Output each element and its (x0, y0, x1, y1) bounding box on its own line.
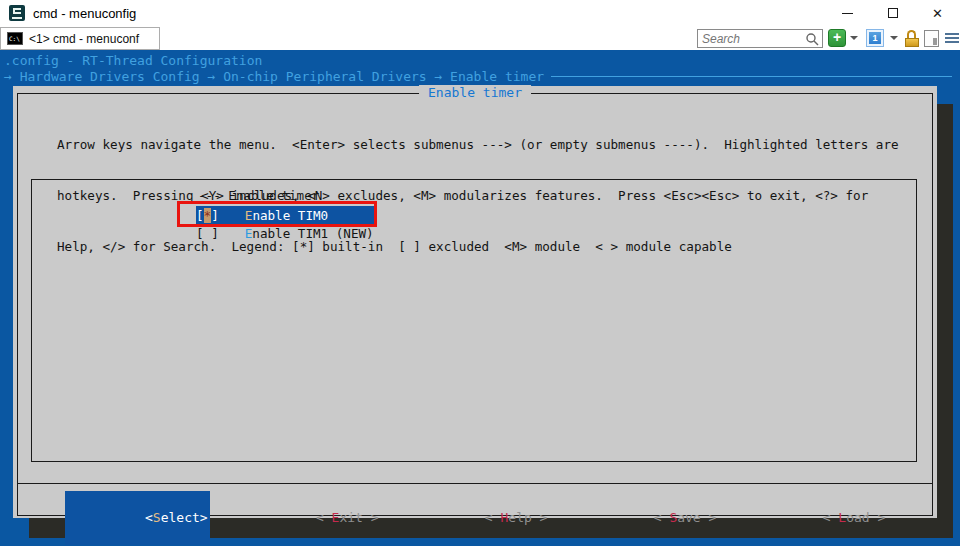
item-label: nable TIM1 (NEW) (252, 226, 373, 241)
title-bar: cmd - menuconfig ✕ (0, 0, 960, 26)
config-title-line: .config - RT-Thread Configuration (4, 53, 262, 68)
menu-listbox: --- Enable timer [ * ] E nable TIM0 [ ] … (31, 179, 917, 462)
button-text: < (654, 510, 670, 525)
close-icon: ✕ (932, 7, 943, 20)
menuconfig-dialog: Enable timer Arrow keys navigate the men… (13, 86, 937, 518)
help-button[interactable]: < Help > (407, 491, 548, 545)
menu-item-enable-tim1[interactable]: [ ] E nable TIM1 (NEW) (196, 225, 374, 242)
conemu-glyph (13, 8, 21, 14)
tab-cmd-menuconfig[interactable]: C:\ <1> cmd - menuconf (0, 27, 160, 50)
search-box (697, 29, 823, 48)
breadcrumb-text: → Hardware Drivers Config → On-chip Peri… (4, 69, 544, 84)
button-text: ave > (677, 510, 716, 525)
lock-body (905, 38, 919, 47)
minimize-icon (842, 13, 853, 14)
menu-hamburger-icon[interactable] (945, 33, 959, 45)
terminal-screen: .config - RT-Thread Configuration → Hard… (0, 50, 960, 546)
console-number-badge: 1 (869, 32, 881, 44)
dialog-title: Enable timer (419, 85, 531, 100)
breadcrumb: → Hardware Drivers Config → On-chip Peri… (4, 69, 952, 84)
instruction-line: Arrow keys navigate the menu. <Enter> se… (57, 136, 899, 153)
console-list-dropdown-icon[interactable] (890, 36, 898, 40)
button-text: < (823, 510, 839, 525)
new-console-dropdown-icon[interactable] (850, 36, 858, 40)
selection-annotation-rectangle (177, 201, 377, 227)
breadcrumb-rule (551, 76, 952, 77)
new-console-button[interactable]: + (828, 29, 846, 47)
button-hotkey: S (153, 510, 161, 525)
maximize-button[interactable] (870, 0, 915, 26)
checkbox-empty: [ ] (196, 226, 219, 241)
dialog-shadow-right (937, 104, 953, 538)
close-button[interactable]: ✕ (915, 0, 960, 26)
lock-shackle (907, 30, 916, 38)
save-button[interactable]: < Save > (575, 491, 716, 545)
button-text: elect> (161, 510, 208, 525)
tab-bar: C:\ <1> cmd - menuconf + 1 (0, 26, 960, 50)
maximize-icon (888, 8, 898, 18)
item-hotkey: E (245, 226, 253, 241)
search-icon (805, 32, 819, 46)
select-button[interactable]: <Select> (65, 491, 210, 545)
view-panel-icon[interactable] (924, 30, 939, 47)
button-text: oad > (846, 510, 885, 525)
window-controls: ✕ (825, 0, 960, 26)
dialog-buttons: <Select> < Exit > < Help > < Save > < Lo… (13, 491, 937, 545)
search-input[interactable] (698, 32, 805, 46)
minimize-button[interactable] (825, 0, 870, 26)
conemu-glyph-underline (12, 17, 22, 19)
button-text: < (145, 510, 153, 525)
conemu-app-icon (9, 5, 25, 21)
lock-icon[interactable] (904, 30, 919, 47)
button-text: < (316, 510, 332, 525)
load-button[interactable]: < Load > (744, 491, 885, 545)
button-text: xit > (339, 510, 378, 525)
view-panel-strip (933, 38, 937, 45)
button-hotkey: L (838, 510, 846, 525)
buttons-separator (17, 483, 933, 484)
cmd-icon: C:\ (7, 32, 23, 45)
button-text: < (485, 510, 501, 525)
exit-button[interactable]: < Exit > (238, 491, 379, 545)
conemu-window: cmd - menuconfig ✕ C:\ <1> cmd - menucon… (0, 0, 960, 546)
tab-label: <1> cmd - menuconf (29, 32, 139, 46)
console-list-button[interactable]: 1 (866, 29, 884, 47)
window-title: cmd - menuconfig (33, 6, 136, 21)
button-text: elp > (508, 510, 547, 525)
